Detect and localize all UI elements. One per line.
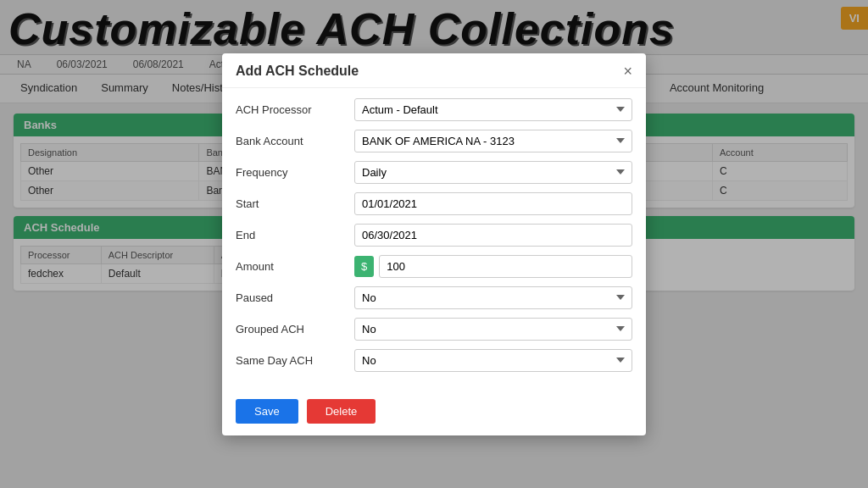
modal-body: ACH Processor Actum - Default Bank Accou… [222, 88, 646, 391]
start-row: Start [236, 192, 632, 215]
grouped-ach-label: Grouped ACH [236, 323, 346, 336]
bank-account-row: Bank Account BANK OF AMERICA NA - 3123 [236, 130, 632, 152]
paused-select[interactable]: No [354, 286, 632, 309]
amount-input[interactable] [379, 255, 632, 278]
same-day-ach-row: Same Day ACH No [236, 349, 632, 372]
same-day-ach-label: Same Day ACH [236, 354, 346, 367]
start-label: Start [236, 197, 346, 210]
modal-overlay: Add ACH Schedule × ACH Processor Actum -… [0, 0, 868, 488]
amount-row: Amount $ [236, 255, 632, 278]
modal-footer: Save Delete [222, 391, 646, 435]
frequency-row: Frequency Daily [236, 161, 632, 184]
modal-close-button[interactable]: × [623, 64, 632, 79]
amount-currency: $ [354, 256, 374, 277]
ach-processor-select[interactable]: Actum - Default [354, 98, 632, 121]
delete-button[interactable]: Delete [307, 399, 376, 424]
frequency-select[interactable]: Daily [354, 161, 632, 184]
save-button[interactable]: Save [236, 399, 298, 424]
paused-label: Paused [236, 291, 346, 304]
amount-field-group: $ [354, 255, 632, 278]
paused-row: Paused No [236, 286, 632, 309]
ach-processor-row: ACH Processor Actum - Default [236, 98, 632, 121]
end-label: End [236, 229, 346, 241]
grouped-ach-select[interactable]: No [354, 318, 632, 341]
end-input[interactable] [354, 224, 632, 247]
modal-title: Add ACH Schedule [236, 64, 359, 79]
bank-account-select[interactable]: BANK OF AMERICA NA - 3123 [354, 130, 632, 152]
same-day-ach-select[interactable]: No [354, 349, 632, 372]
frequency-label: Frequency [236, 166, 346, 179]
modal-dialog: Add ACH Schedule × ACH Processor Actum -… [222, 53, 646, 435]
amount-label: Amount [236, 260, 346, 273]
ach-processor-label: ACH Processor [236, 103, 346, 116]
end-row: End [236, 224, 632, 247]
start-input[interactable] [354, 192, 632, 215]
grouped-ach-row: Grouped ACH No [236, 318, 632, 341]
modal-header: Add ACH Schedule × [222, 53, 646, 88]
bank-account-label: Bank Account [236, 135, 346, 147]
